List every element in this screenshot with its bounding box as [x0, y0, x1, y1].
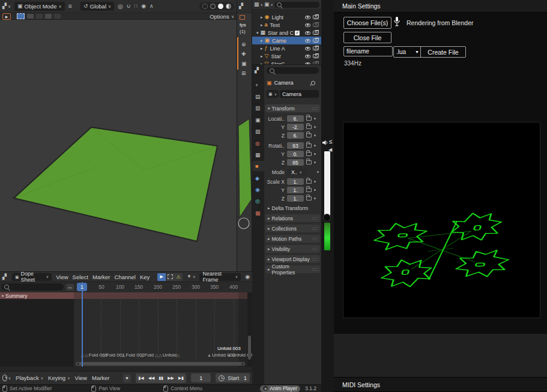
snap-mode-icon[interactable]: ∷	[134, 4, 138, 9]
id-type-dropdown[interactable]: ▣ ∨	[267, 90, 279, 98]
animate-dot-icon[interactable]	[314, 189, 316, 191]
lock-icon[interactable]	[306, 179, 312, 184]
value-field[interactable]: 1.	[287, 178, 304, 185]
menu-keying[interactable]: Keying	[48, 375, 65, 381]
channel-search[interactable]	[1, 283, 64, 291]
dope-ruler[interactable]: ↔ 50 100 150 200 250 300 350 400	[0, 282, 252, 292]
extension-dropdown[interactable]: .lua ▼	[393, 46, 422, 58]
render-camera-icon[interactable]	[313, 38, 319, 43]
tab-world-icon[interactable]: ◍	[255, 141, 260, 146]
value-field[interactable]: -2.	[287, 124, 304, 130]
eye-icon[interactable]	[305, 23, 310, 27]
shading-solid-icon[interactable]	[210, 4, 216, 9]
lock-icon[interactable]	[306, 188, 312, 192]
playhead-line[interactable]	[82, 282, 83, 367]
animate-dot-icon[interactable]	[314, 145, 316, 146]
transform-orientation-dropdown[interactable]: ↺ Global ∨	[80, 2, 114, 11]
timeline-editor-icon[interactable]	[2, 375, 7, 381]
tab-output-icon[interactable]: ▥	[255, 106, 261, 111]
outliner-row-star[interactable]: ▸ ▽ Star	[252, 52, 321, 60]
falloff-icon[interactable]: ∧	[150, 4, 154, 9]
v-scrollbar[interactable]	[248, 336, 251, 360]
panel-relations[interactable]: ▸ Relations ::::	[265, 214, 320, 222]
outliner-row-collection[interactable]: ▾ ▦ Star and C ✓	[252, 29, 321, 37]
properties-search[interactable]	[267, 67, 319, 74]
hamburger-menu-icon[interactable]: ≡	[68, 3, 72, 10]
animate-dot-icon[interactable]	[314, 118, 316, 119]
outliner-row-light[interactable]: ▸ ◉ Light	[252, 13, 321, 21]
eye-icon[interactable]	[305, 47, 310, 50]
scroll-handle-dot[interactable]	[241, 363, 244, 365]
only-selected-toggle[interactable]: ▶	[157, 273, 166, 281]
expand-icon[interactable]: ▸	[261, 38, 263, 43]
panel-grip[interactable]: ::::	[312, 247, 318, 251]
lock-icon[interactable]	[306, 133, 312, 137]
next-keyframe-button[interactable]: ▶▶	[168, 376, 174, 381]
animate-dot-icon[interactable]	[314, 134, 316, 136]
value-field[interactable]: 6.	[287, 132, 304, 139]
select-mode-box-icon[interactable]	[27, 14, 34, 19]
panel-grip[interactable]: ::::	[312, 106, 318, 110]
snap-magnet-icon[interactable]: ∪	[127, 4, 131, 9]
timeline-marker[interactable]: △Fold	[141, 352, 154, 358]
menu-select[interactable]: Select	[73, 274, 88, 280]
editor-type-icon[interactable]: ▞	[255, 68, 259, 73]
tab-texture-icon[interactable]: ▩	[255, 211, 261, 216]
animate-dot-icon[interactable]	[314, 161, 316, 163]
object-name[interactable]: Text	[270, 22, 280, 28]
collapse-icon[interactable]: ▾	[256, 31, 259, 35]
frame-range-icon[interactable]: ↔	[66, 284, 74, 291]
render-camera-icon[interactable]	[313, 54, 319, 58]
prev-keyframe-button[interactable]: ◀◀	[148, 376, 155, 381]
select-mode-pick-icon[interactable]	[54, 14, 61, 19]
auto-keying-button[interactable]: ●	[123, 374, 131, 382]
tab-constraints-icon[interactable]: ◎	[255, 199, 260, 204]
jump-to-end-button[interactable]: ▶▮	[178, 376, 184, 381]
object-mode-dropdown[interactable]: ▣ Object Mode ∨	[14, 2, 65, 11]
editor-type-icon[interactable]: ▞	[2, 274, 7, 280]
pin-icon[interactable]	[310, 80, 316, 86]
filter-funnel-icon[interactable]: ▼	[187, 274, 192, 279]
tab-scene-icon[interactable]: ▧	[255, 129, 261, 134]
render-camera-icon[interactable]	[313, 23, 319, 27]
menu-playback[interactable]: Playback	[16, 375, 39, 381]
shading-wireframe-icon[interactable]	[202, 4, 208, 9]
menu-view[interactable]: View	[56, 274, 68, 280]
value-field[interactable]: 63	[287, 142, 304, 149]
jump-to-start-button[interactable]: ▮◀	[138, 376, 144, 381]
h-scrollbar[interactable]	[76, 362, 245, 366]
panel-grip[interactable]: ::::	[312, 226, 318, 231]
panel-motion-paths[interactable]: ▸ Motion Paths ::::	[265, 235, 320, 243]
proportional-edit-icon[interactable]: ◉	[245, 274, 250, 280]
collection-checkbox[interactable]: ✓	[295, 31, 300, 35]
object-name[interactable]: Line A	[270, 46, 285, 52]
lock-icon[interactable]	[306, 116, 312, 121]
expand-icon[interactable]: ▸	[261, 54, 263, 58]
viewport-canvas[interactable]	[0, 20, 237, 271]
render-camera-icon[interactable]	[313, 15, 319, 19]
scroll-handle-dot[interactable]	[77, 363, 79, 365]
panel-custom-properties[interactable]: ▸ Custom Properties ::::	[265, 265, 320, 273]
panel-visibility[interactable]: ▸ Visibility ::::	[265, 245, 320, 253]
timeline-marker[interactable]: △Fold 001	[102, 352, 125, 358]
select-mode-circle-icon[interactable]	[36, 14, 43, 19]
anim-player-badge[interactable]: × Anim Player	[260, 385, 300, 392]
value-field[interactable]: 0.	[287, 151, 304, 157]
panel-collections[interactable]: ▸ Collections ::::	[265, 225, 320, 232]
panel-grip[interactable]: ::::	[312, 267, 318, 271]
microphone-icon[interactable]	[393, 16, 400, 27]
tab-modifiers-icon[interactable]: ◆	[255, 176, 259, 181]
selected-marker[interactable]: Unfold 003	[217, 346, 241, 351]
snap-mode-dropdown[interactable]: Nearest Frame ∨	[199, 273, 241, 281]
outliner-row-came[interactable]: ▸ ▣ Came	[252, 37, 321, 44]
start-frame-field[interactable]: Start 1	[216, 373, 250, 382]
filter-icon[interactable]: ▣	[264, 2, 270, 7]
choose-files-button[interactable]: Choose File(s)	[343, 17, 391, 29]
expand-icon[interactable]: ▸	[261, 15, 263, 19]
tab-viewlayer-icon[interactable]: ▣	[255, 118, 261, 123]
collection-name[interactable]: Star and C	[268, 30, 294, 36]
display-mode-icon[interactable]: ▦	[254, 2, 259, 7]
close-icon[interactable]: ×	[263, 386, 268, 391]
eye-icon[interactable]	[305, 39, 310, 43]
animate-dot-icon[interactable]	[317, 171, 319, 173]
